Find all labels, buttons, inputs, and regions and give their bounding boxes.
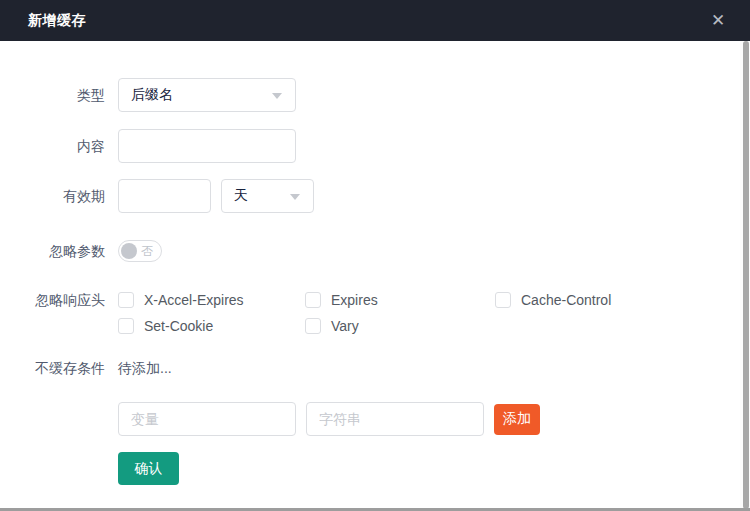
form-row-ignore-params: 忽略参数 否	[0, 240, 740, 262]
checkbox-icon	[495, 292, 511, 308]
add-button[interactable]: 添加	[494, 404, 540, 435]
content-input[interactable]	[118, 129, 296, 163]
ignore-response-headers-label: 忽略响应头	[0, 283, 105, 308]
form-row-content: 内容	[0, 129, 740, 163]
form-row-no-cache-condition: 不缓存条件 待添加...	[0, 358, 740, 378]
content-label: 内容	[0, 129, 105, 163]
validity-label: 有效期	[0, 179, 105, 213]
checkbox-vary[interactable]: Vary	[305, 318, 495, 334]
checkbox-set-cookie[interactable]: Set-Cookie	[118, 318, 305, 334]
chevron-down-icon	[272, 93, 282, 99]
toggle-knob	[121, 243, 137, 259]
checkbox-expires[interactable]: Expires	[305, 292, 495, 308]
checkbox-icon	[305, 292, 321, 308]
validity-input[interactable]	[118, 179, 211, 213]
validity-unit-select[interactable]: 天	[221, 179, 314, 213]
form-row-type: 类型 后缀名	[0, 78, 740, 112]
validity-unit-value: 天	[234, 187, 248, 205]
form-row-condition-inputs: 添加	[118, 402, 740, 436]
checkbox-cache-control[interactable]: Cache-Control	[495, 292, 611, 308]
type-label: 类型	[0, 78, 105, 112]
modal-header: 新增缓存 ✕	[0, 0, 750, 41]
type-select-value: 后缀名	[131, 86, 173, 104]
modal-body: 类型 后缀名 内容 有效期 天 忽略参数 否 忽略响应头 X-Accel	[0, 41, 740, 508]
modal-title: 新增缓存	[28, 12, 86, 30]
close-icon[interactable]: ✕	[702, 0, 734, 41]
checkbox-label: Vary	[331, 318, 359, 334]
checkbox-label: Set-Cookie	[144, 318, 213, 334]
ignore-params-label: 忽略参数	[0, 240, 105, 262]
form-row-validity: 有效期 天	[0, 179, 740, 213]
checkbox-label: Cache-Control	[521, 292, 611, 308]
checkbox-label: X-Accel-Expires	[144, 292, 244, 308]
checkbox-icon	[305, 318, 321, 334]
string-input[interactable]	[306, 402, 484, 436]
ignore-params-toggle[interactable]: 否	[118, 240, 162, 262]
type-select[interactable]: 后缀名	[118, 78, 296, 112]
scrollbar-track[interactable]	[740, 41, 750, 511]
variable-input[interactable]	[118, 402, 296, 436]
checkbox-icon	[118, 318, 134, 334]
no-cache-condition-label: 不缓存条件	[0, 358, 105, 378]
toggle-state-text: 否	[141, 245, 153, 257]
checkbox-label: Expires	[331, 292, 378, 308]
form-row-confirm: 确认	[118, 452, 740, 485]
checkbox-icon	[118, 292, 134, 308]
form-row-ignore-response-headers: 忽略响应头 X-Accel-Expires Expires Cache-Cont…	[0, 283, 740, 334]
scrollbar-thumb[interactable]	[743, 41, 749, 509]
checkbox-x-accel-expires[interactable]: X-Accel-Expires	[118, 292, 305, 308]
response-header-checkbox-group: X-Accel-Expires Expires Cache-Control Se…	[118, 283, 611, 334]
no-cache-condition-hint: 待添加...	[118, 358, 172, 378]
chevron-down-icon	[290, 194, 300, 200]
confirm-button[interactable]: 确认	[118, 452, 179, 485]
